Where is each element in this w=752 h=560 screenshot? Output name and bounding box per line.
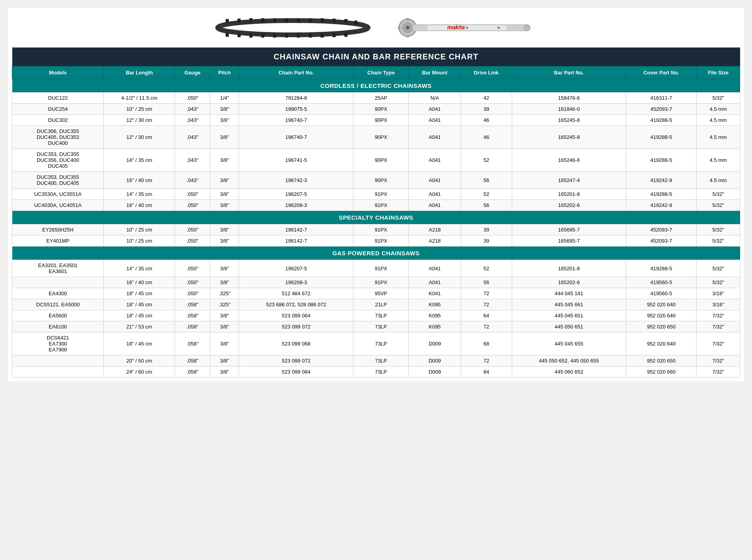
col-file-size: File Size xyxy=(697,66,740,79)
table-cell: .058" xyxy=(175,355,210,366)
table-cell: 445 060 652 xyxy=(512,366,626,378)
table-cell: 419288-5 xyxy=(626,149,697,172)
svg-point-35 xyxy=(466,27,468,29)
table-cell: 452093-7 xyxy=(626,235,697,247)
table-cell: 91PX xyxy=(353,224,409,235)
table-cell: 4.5 mm xyxy=(697,149,740,172)
table-cell: 952 020 640 xyxy=(626,310,697,321)
table-cell: 445 050 652, 445 050 655 xyxy=(512,355,626,366)
table-cell: 196742-3 xyxy=(239,172,353,189)
table-cell: 5/32" xyxy=(697,224,740,235)
table-cell: 3/16" xyxy=(697,288,740,299)
table-cell: 3/8" xyxy=(210,321,239,332)
table-cell: 165247-4 xyxy=(512,172,626,189)
table-cell: DUC254 xyxy=(12,104,104,115)
table-cell: 56 xyxy=(461,200,512,211)
table-cell: 42 xyxy=(461,93,512,104)
table-cell: 5/32" xyxy=(697,93,740,104)
table-row: DUC353, DUC355 DUC356, DUC400 DUC40514" … xyxy=(12,149,740,172)
table-cell: .043" xyxy=(175,172,210,189)
svg-rect-17 xyxy=(273,33,276,38)
table-cell: 95VP xyxy=(353,288,409,299)
table-cell: 14" / 35 cm xyxy=(104,149,175,172)
table-cell: 196142-7 xyxy=(239,224,353,235)
table-cell: 445 045 661 xyxy=(512,299,626,310)
table-row: 16" / 40 cm.050"3/8"196208-391PXA0415616… xyxy=(12,277,740,288)
table-cell: 5/32" xyxy=(697,260,740,277)
table-cell: .058" xyxy=(175,310,210,321)
table-cell: A041 xyxy=(409,260,461,277)
table-cell: 39 xyxy=(461,104,512,115)
table-cell: 90PX xyxy=(353,126,409,149)
svg-rect-4 xyxy=(261,18,264,23)
table-cell: A041 xyxy=(409,277,461,288)
table-cell: 46 xyxy=(461,115,512,126)
table-cell: 523 099 068 xyxy=(239,332,353,355)
table-cell: 416311-7 xyxy=(626,93,697,104)
svg-point-26 xyxy=(406,26,410,30)
section-header-row: SPECIALTY CHAINSAWS xyxy=(12,211,740,224)
table-cell: 72 xyxy=(461,355,512,366)
col-bar-length: Bar Length xyxy=(104,66,175,79)
table-cell: 14" / 35 cm xyxy=(104,260,175,277)
svg-rect-13 xyxy=(226,33,229,37)
table-cell: 3/8" xyxy=(210,149,239,172)
table-cell: .050" xyxy=(175,235,210,247)
bar-image: makita xyxy=(388,16,538,40)
table-cell: 165246-6 xyxy=(512,149,626,172)
svg-rect-1 xyxy=(226,19,229,23)
table-cell: 7/32" xyxy=(697,366,740,378)
table-cell: 39 xyxy=(461,224,512,235)
table-row: DUC306, DUC355 DUC405, DUC353 DUC40012" … xyxy=(12,126,740,149)
table-cell: EY2650H25H xyxy=(12,224,104,235)
table-cell: K095 xyxy=(409,321,461,332)
table-cell: 24" / 60 cm xyxy=(104,366,175,378)
table-row: UC3530A, UC3551A14" / 35 cm.050"3/8"1962… xyxy=(12,189,740,200)
table-cell: 46 xyxy=(461,126,512,149)
table-cell: .050" xyxy=(175,260,210,277)
table-cell: EY401MP xyxy=(12,235,104,247)
table-cell: 196208-3 xyxy=(239,277,353,288)
table-cell: 444 045 141 xyxy=(512,288,626,299)
col-drive-link: Drive Link xyxy=(461,66,512,79)
chain-image xyxy=(214,17,372,39)
table-cell: K095 xyxy=(409,310,461,321)
table-cell: DUC353, DUC355 DUC400, DUC405 xyxy=(12,172,104,189)
table-cell: 3/8" xyxy=(210,172,239,189)
table-cell: 445 045 655 xyxy=(512,332,626,355)
table-cell: 68 xyxy=(461,332,512,355)
table-cell: 52 xyxy=(461,260,512,277)
table-cell: 523 686 072, 528 086 072 xyxy=(239,299,353,310)
table-cell: 3/8" xyxy=(210,224,239,235)
table-cell: 523 099 072 xyxy=(239,355,353,366)
table-cell: 21" / 53 cm xyxy=(104,321,175,332)
svg-rect-12 xyxy=(354,21,357,25)
table-cell: 16" / 40 cm xyxy=(104,200,175,211)
table-cell: 25AP xyxy=(353,93,409,104)
table-cell: 91PX xyxy=(353,260,409,277)
table-cell: .043" xyxy=(175,115,210,126)
svg-rect-7 xyxy=(297,18,300,23)
table-cell: 3/16" xyxy=(697,299,740,310)
table-cell: 158476-6 xyxy=(512,93,626,104)
svg-rect-15 xyxy=(249,33,253,38)
table-cell: .050" xyxy=(175,277,210,288)
table-cell: 21LP xyxy=(353,299,409,310)
table-cell: .058" xyxy=(175,332,210,355)
table-cell: .050" xyxy=(175,189,210,200)
col-bar-part-no: Bar Part No. xyxy=(512,66,626,79)
table-cell: 72 xyxy=(461,321,512,332)
table-cell: 1/4" xyxy=(210,93,239,104)
table-cell: 7/32" xyxy=(697,332,740,355)
table-row: DUC353, DUC355 DUC400, DUC40516" / 40 cm… xyxy=(12,172,740,189)
table-cell: 7/32" xyxy=(697,321,740,332)
table-cell: .050" xyxy=(175,200,210,211)
table-cell: 4.5 mm xyxy=(697,172,740,189)
table-cell: 7/32" xyxy=(697,310,740,321)
table-cell: 64 xyxy=(461,310,512,321)
section-header-row: CORDLESS / ELECTRIC CHAINSAWS xyxy=(12,79,740,93)
table-cell: 4.5 mm xyxy=(697,115,740,126)
svg-rect-6 xyxy=(285,18,288,23)
svg-point-34 xyxy=(524,25,530,31)
svg-rect-3 xyxy=(249,18,253,23)
